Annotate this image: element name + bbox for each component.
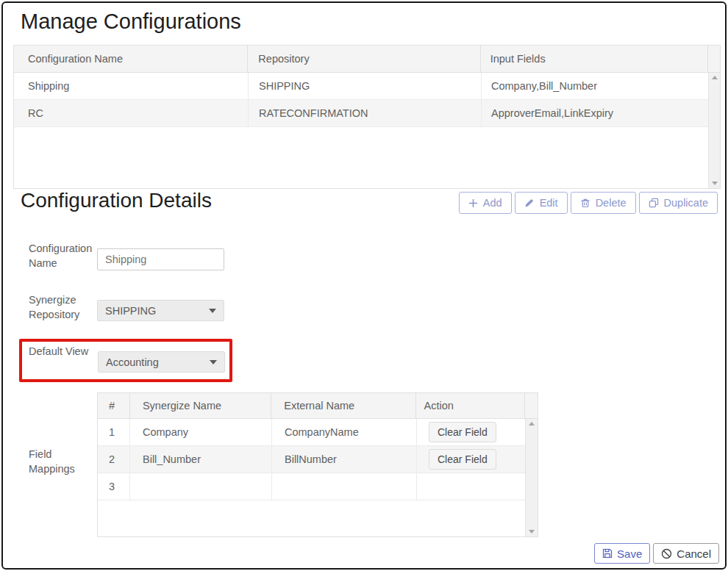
action-cell: Clear Field (417, 419, 527, 445)
add-button-label: Add (483, 197, 502, 209)
field-mappings-scrollbar[interactable] (525, 419, 538, 536)
pencil-icon (524, 198, 535, 208)
edit-button-label: Edit (540, 197, 558, 209)
cancel-button[interactable]: Cancel (653, 543, 719, 564)
chevron-down-icon (209, 309, 216, 313)
default-view-value: Accounting (106, 356, 159, 368)
synergize-repository-dropdown[interactable]: SHIPPING (97, 300, 224, 321)
plus-icon (468, 198, 478, 208)
input-fields-cell: Company,Bill_Number (482, 73, 710, 99)
column-header-synergize-name: Synergize Name (130, 393, 271, 418)
field-mappings-header: # Synergize Name External Name Action (98, 393, 538, 419)
row-number-cell: 1 (98, 419, 130, 445)
row-number-cell: 2 (98, 446, 130, 473)
scroll-up-icon[interactable] (712, 76, 718, 79)
mapping-row-3[interactable]: 3 (98, 473, 538, 500)
mapping-row-1[interactable]: 1 Company CompanyName Clear Field (98, 419, 538, 446)
field-mappings-table: # Synergize Name External Name Action 1 … (97, 392, 538, 537)
configurations-table-scrollbar[interactable] (708, 73, 720, 188)
scroll-down-icon[interactable] (529, 530, 535, 534)
manage-configurations-page: Manage Configurations Configuration Name… (1, 1, 727, 570)
external-name-cell (272, 473, 417, 500)
repository-cell: RATECONFIRMATION (249, 100, 482, 126)
trash-icon (580, 198, 590, 208)
configurations-table: Configuration Name Repository Input Fiel… (13, 45, 721, 189)
cancel-icon (661, 548, 672, 559)
delete-button[interactable]: Delete (571, 192, 636, 214)
scroll-down-icon[interactable] (712, 182, 718, 185)
add-button[interactable]: Add (459, 192, 512, 214)
save-button[interactable]: Save (594, 543, 650, 564)
page-title: Manage Configurations (21, 10, 241, 34)
delete-button-label: Delete (596, 197, 627, 209)
duplicate-button[interactable]: Duplicate (639, 192, 718, 214)
configuration-row-rc[interactable]: RC RATECONFIRMATION ApproverEmail,LinkEx… (14, 100, 720, 127)
column-header-configuration-name: Configuration Name (14, 46, 248, 72)
column-header-repository: Repository (248, 46, 480, 72)
synergize-name-cell: Bill_Number (130, 446, 272, 473)
column-header-spacer (708, 46, 720, 72)
configuration-name-label: Configuration Name (29, 241, 96, 270)
details-title: Configuration Details (21, 189, 212, 212)
footer-actions: Save Cancel (594, 543, 719, 564)
synergize-repository-value: SHIPPING (105, 305, 156, 317)
chevron-down-icon (210, 360, 217, 364)
duplicate-button-label: Duplicate (664, 197, 708, 209)
default-view-label: Default View (29, 344, 96, 359)
duplicate-icon (649, 198, 659, 208)
action-cell (417, 473, 527, 500)
configurations-table-header: Configuration Name Repository Input Fiel… (14, 46, 720, 73)
configuration-row-shipping[interactable]: Shipping SHIPPING Company,Bill_Number (14, 73, 720, 100)
column-header-number: # (98, 393, 130, 418)
mapping-row-2[interactable]: 2 Bill_Number BillNumber Clear Field (98, 446, 538, 473)
save-icon (602, 548, 613, 559)
external-name-cell: CompanyName (272, 419, 417, 445)
column-header-external-name: External Name (271, 393, 415, 418)
row-number-cell: 3 (98, 473, 130, 500)
edit-button[interactable]: Edit (515, 192, 568, 214)
action-cell: Clear Field (417, 446, 527, 473)
configuration-name-cell: RC (14, 100, 249, 126)
save-button-label: Save (617, 547, 642, 560)
external-name-cell: BillNumber (272, 446, 417, 473)
cancel-button-label: Cancel (677, 547, 711, 560)
synergize-repository-label: Synergize Repository (29, 292, 96, 322)
column-header-input-fields: Input Fields (481, 46, 708, 72)
column-header-action: Action (416, 393, 525, 418)
default-view-dropdown[interactable]: Accounting (98, 351, 225, 373)
field-mappings-label: Field Mappings (29, 447, 96, 476)
details-toolbar: Add Edit Delete Dupli (459, 192, 718, 214)
scroll-up-icon[interactable] (529, 422, 535, 425)
synergize-name-cell: Company (130, 419, 272, 445)
clear-field-button[interactable]: Clear Field (429, 422, 496, 442)
synergize-name-cell (130, 473, 272, 500)
input-fields-cell: ApproverEmail,LinkExpiry (482, 100, 710, 126)
column-header-spacer (525, 393, 538, 418)
clear-field-button[interactable]: Clear Field (429, 449, 496, 470)
configuration-name-cell: Shipping (14, 73, 249, 99)
repository-cell: SHIPPING (249, 73, 482, 99)
configuration-name-input[interactable] (97, 248, 224, 270)
